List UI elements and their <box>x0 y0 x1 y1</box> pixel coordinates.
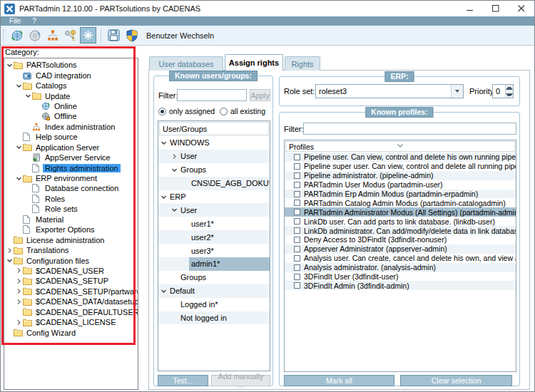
chevron-down-icon[interactable] <box>16 144 23 150</box>
category-tree-item[interactable]: License administration <box>4 234 138 244</box>
user-groups-item[interactable]: Not logged in <box>158 311 270 325</box>
chevron-down-icon[interactable] <box>6 62 14 68</box>
chevron-down-icon[interactable] <box>160 288 168 294</box>
chevron-down-icon[interactable] <box>25 93 32 99</box>
users-filter-input[interactable] <box>177 89 247 101</box>
chevron-right-icon[interactable] <box>16 278 23 284</box>
radio-all-existing-icon[interactable] <box>220 108 228 115</box>
menu-file[interactable]: File <box>4 16 26 26</box>
profile-checkbox[interactable] <box>294 255 300 262</box>
profile-checkbox[interactable] <box>294 209 300 215</box>
profile-checkbox[interactable] <box>294 154 300 160</box>
profile-checkbox[interactable] <box>294 218 300 225</box>
category-tree-item[interactable]: $CADENAS_DEFAULTUSER <box>4 307 138 317</box>
chevron-down-icon[interactable] <box>16 83 23 89</box>
profile-item[interactable]: Analysis user. Can create, cancel and de… <box>285 254 516 263</box>
category-tree-item[interactable]: Translations <box>4 245 138 255</box>
chevron-down-icon[interactable] <box>451 85 463 98</box>
user-groups-item[interactable]: user3* <box>158 244 270 257</box>
category-tree-item[interactable]: Online <box>4 101 138 111</box>
category-tree-item[interactable]: Rights administration <box>4 163 138 172</box>
test-button[interactable]: Test... <box>158 375 208 386</box>
user-groups-item[interactable]: Groups <box>158 163 270 177</box>
chevron-down-icon[interactable] <box>6 257 14 264</box>
profile-item[interactable]: Pipeline user. Can view, control and del… <box>285 153 516 162</box>
update-offline-icon[interactable] <box>26 27 43 43</box>
apply-button[interactable]: Apply <box>250 89 270 101</box>
user-groups-item[interactable]: WINDOWS <box>158 136 270 150</box>
chevron-right-icon[interactable] <box>16 299 23 305</box>
category-tree-item[interactable]: Index administration <box>4 122 138 132</box>
profile-checkbox[interactable] <box>294 172 300 179</box>
profile-checkbox[interactable] <box>294 274 300 280</box>
minimize-icon[interactable] <box>457 1 483 16</box>
profile-item[interactable]: LinkDb user. Can add parts to link datab… <box>285 217 516 226</box>
user-groups-item[interactable]: Default <box>158 284 270 298</box>
user-groups-item[interactable]: ERP <box>158 190 270 204</box>
chevron-down-icon[interactable] <box>160 140 168 146</box>
category-tree-item[interactable]: $CADENAS_SETUP <box>4 276 138 286</box>
chevron-right-icon[interactable] <box>6 247 14 254</box>
spin-down-icon[interactable] <box>506 91 513 98</box>
menu-help[interactable]: ? <box>26 16 42 26</box>
switch-user-shield-icon[interactable] <box>123 27 140 43</box>
profile-checkbox[interactable] <box>294 282 300 289</box>
radio-all-existing[interactable]: all existing <box>220 107 265 115</box>
profile-item[interactable]: Pipeline super user. Can view, control a… <box>285 162 516 171</box>
tab-user-databases[interactable]: User databases <box>149 56 223 71</box>
profile-item[interactable]: PARTadmin Administrator Modus (All Setti… <box>285 207 516 217</box>
chevron-right-icon[interactable] <box>16 288 23 294</box>
category-tree-item[interactable]: Configuration files <box>4 255 138 265</box>
profile-checkbox[interactable] <box>294 264 300 271</box>
toolbar-gripper[interactable] <box>3 29 6 42</box>
save-icon[interactable] <box>106 27 122 43</box>
profile-item[interactable]: Deny Access to 3DFindIt (3dfindit-nonuse… <box>285 235 516 244</box>
chevron-right-icon[interactable] <box>171 153 178 160</box>
index-administration-icon[interactable] <box>44 27 61 43</box>
category-tree-item[interactable]: Role sets <box>4 204 138 214</box>
profile-item[interactable]: Analysis administrator. (analysis-admin) <box>285 263 516 272</box>
chevron-down-icon[interactable] <box>160 194 168 200</box>
profile-item[interactable]: PARTadmin Catalog Admin Modus (partadmin… <box>285 198 516 207</box>
active-category-icon[interactable] <box>80 27 96 43</box>
category-tree-item[interactable]: ERP environment <box>4 173 138 183</box>
profile-item[interactable]: 3DFindIt User (3dfindit-user) <box>285 272 516 282</box>
profile-item[interactable]: Pipeline administrator. (pipeline-admin) <box>285 171 516 180</box>
chevron-down-icon[interactable] <box>171 207 178 213</box>
tab-rights[interactable]: Rights <box>285 56 320 71</box>
tab-assign-rights[interactable]: Assign rights <box>225 54 283 71</box>
user-groups-item[interactable]: User <box>158 150 270 163</box>
chevron-down-icon[interactable] <box>171 167 178 173</box>
category-tree-item[interactable]: Config Wizard <box>4 327 138 337</box>
user-groups-item[interactable]: admin1* <box>158 257 270 271</box>
category-tree-item[interactable]: Offline <box>4 111 138 121</box>
category-tree-item[interactable]: $CADENAS_SETUP/partwarehouse <box>4 287 138 296</box>
rights-administration-icon[interactable] <box>62 27 78 43</box>
category-tree-item[interactable]: $CADENAS_USER <box>4 266 138 276</box>
category-tree-item[interactable]: AppServer Service <box>4 153 138 163</box>
profiles-filter-input[interactable] <box>303 123 516 135</box>
profile-checkbox[interactable] <box>294 182 300 188</box>
priority-stepper[interactable]: 0 <box>492 84 514 98</box>
radio-only-assigned[interactable]: only assigned <box>158 107 215 115</box>
category-tree-item[interactable]: Help source <box>4 132 138 142</box>
profile-item[interactable]: 3DFindIt Admin (3dfindit-admin) <box>285 281 516 290</box>
category-tree-item[interactable]: Roles <box>4 194 138 204</box>
profile-checkbox[interactable] <box>294 163 300 170</box>
category-tree-item[interactable]: Exporter Options <box>4 225 138 234</box>
role-set-combobox[interactable]: roleset3 <box>315 84 464 98</box>
category-tree-item[interactable]: $CADENAS_LICENSE <box>4 317 138 327</box>
user-groups-item[interactable]: CNS\DE_AGB_DOKU* <box>158 177 270 190</box>
update-online-icon[interactable] <box>9 27 25 43</box>
category-tree-item[interactable]: Database connection <box>4 183 138 193</box>
profile-item[interactable]: PARTadmin Erp Admin Modus (partadmin-erp… <box>285 190 516 199</box>
profile-checkbox[interactable] <box>294 227 300 234</box>
category-tree-item[interactable]: Catalogs <box>4 81 138 91</box>
profile-checkbox[interactable] <box>294 246 300 252</box>
mark-all-button[interactable]: Mark all <box>284 375 394 386</box>
category-tree-item[interactable]: PARTsolutions <box>4 60 138 70</box>
user-groups-item[interactable]: Logged in* <box>158 298 270 311</box>
profile-item[interactable]: LinkDb administrator. Can add/modify/del… <box>285 226 516 235</box>
chevron-down-icon[interactable] <box>16 175 23 182</box>
user-groups-list-header[interactable]: User/Groups <box>159 122 269 135</box>
